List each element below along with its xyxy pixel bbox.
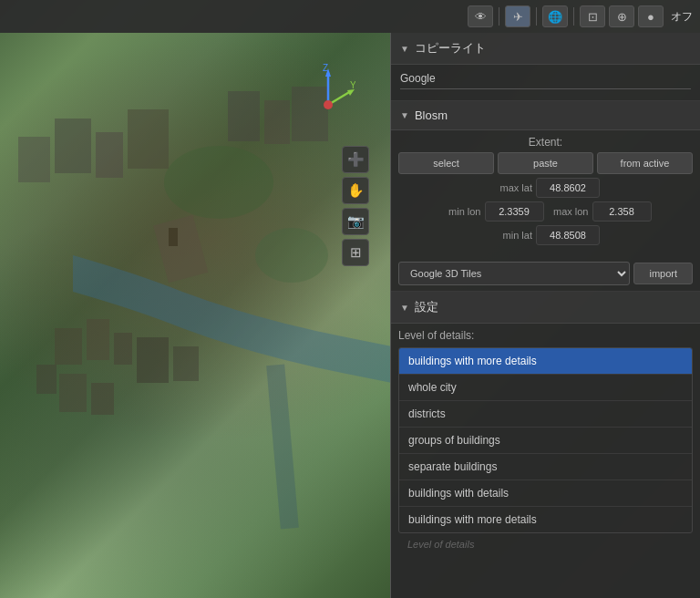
min-lon-label: min lon	[440, 206, 481, 217]
svg-rect-2	[55, 328, 82, 365]
lon-row: min lon max lon	[398, 201, 693, 222]
svg-text:Z: Z	[323, 64, 328, 73]
svg-rect-3	[87, 319, 109, 360]
right-panel: ▼ コピーライト Google ▼ Blosm Extent: select p…	[390, 33, 700, 598]
svg-point-10	[164, 146, 273, 219]
svg-rect-13	[55, 119, 91, 173]
toolbar-right-label: オフ	[671, 9, 693, 25]
copyright-section-header[interactable]: ▼ コピーライト	[391, 33, 700, 65]
copyright-provider: Google	[400, 72, 691, 85]
svg-point-11	[255, 228, 328, 283]
copyright-chevron: ▼	[400, 44, 409, 54]
max-lat-label: max lat	[491, 182, 532, 193]
svg-rect-5	[137, 337, 169, 383]
blosm-chevron: ▼	[400, 110, 409, 120]
camera-btn[interactable]: 📷	[342, 208, 369, 235]
lod-option-buildings-more-details-1[interactable]: buildings with more details	[399, 348, 692, 375]
eye-toolbar-btn[interactable]: 👁	[468, 5, 493, 27]
axis-indicator: Z Y	[301, 64, 355, 119]
toolbar-sep-2	[536, 7, 537, 26]
zoom-in-btn[interactable]: ➕	[342, 146, 369, 173]
svg-rect-19	[266, 364, 299, 529]
min-lat-input[interactable]	[536, 225, 600, 245]
blosm-section: ▼ Blosm Extent: select paste from active…	[391, 101, 700, 292]
max-lat-row: max lat	[398, 178, 693, 198]
svg-rect-0	[153, 215, 208, 283]
from-active-btn[interactable]: from active	[597, 152, 693, 174]
min-lat-label: min lat	[491, 230, 532, 241]
grid-toolbar-btn[interactable]: ⊡	[580, 5, 605, 27]
lod-option-buildings-with-details[interactable]: buildings with details	[399, 480, 692, 507]
max-lon-label: max lon	[548, 206, 589, 217]
svg-rect-16	[228, 91, 260, 141]
sphere-toolbar-btn[interactable]: ⊕	[609, 5, 634, 27]
lod-footer: Level of details	[398, 533, 693, 555]
lod-label: Level of details:	[398, 329, 693, 342]
settings-chevron: ▼	[400, 303, 409, 313]
min-lon-input[interactable]	[485, 201, 544, 222]
extent-buttons-row: select paste from active	[398, 152, 693, 174]
lod-option-separate-buildings[interactable]: separate buildings	[399, 454, 692, 480]
svg-rect-14	[96, 132, 123, 178]
import-row: Google 3D Tiles OpenStreetMap Mapbox imp…	[391, 256, 700, 291]
max-lat-input[interactable]	[536, 178, 600, 198]
toolbar-sep-1	[499, 7, 499, 26]
copyright-content: Google	[391, 65, 700, 101]
pan-btn[interactable]: ✋	[342, 177, 369, 204]
source-select[interactable]: Google 3D Tiles OpenStreetMap Mapbox	[398, 262, 630, 285]
left-tools: ➕ ✋ 📷 ⊞	[342, 146, 369, 266]
extent-grid: select paste from active max lat min lon…	[391, 152, 700, 256]
svg-rect-1	[169, 228, 178, 246]
toolbar-sep-3	[573, 7, 574, 26]
svg-rect-6	[173, 346, 199, 381]
svg-point-26	[324, 100, 333, 109]
min-lat-row: min lat	[398, 225, 693, 245]
svg-rect-4	[114, 333, 132, 365]
dot-toolbar-btn[interactable]: ●	[638, 5, 664, 27]
settings-content: Level of details: buildings with more de…	[391, 324, 700, 561]
globe-toolbar-btn[interactable]: 🌐	[542, 5, 568, 27]
lod-option-buildings-more-details-2[interactable]: buildings with more details	[399, 507, 692, 532]
lod-option-groups-of-buildings[interactable]: groups of buildings	[399, 428, 692, 454]
settings-section-header[interactable]: ▼ 設定	[391, 292, 700, 324]
settings-section: ▼ 設定 Level of details: buildings with mo…	[391, 292, 700, 561]
settings-title: 設定	[415, 299, 438, 315]
svg-text:Y: Y	[350, 80, 355, 90]
blosm-title: Blosm	[415, 108, 448, 122]
select-btn[interactable]: select	[398, 152, 494, 174]
grid-btn[interactable]: ⊞	[342, 239, 369, 266]
lod-option-districts[interactable]: districts	[399, 401, 692, 428]
import-btn[interactable]: import	[633, 263, 693, 284]
svg-rect-12	[18, 137, 50, 182]
lod-option-whole-city[interactable]: whole city	[399, 375, 692, 401]
extent-label: Extent:	[391, 130, 700, 152]
svg-rect-8	[59, 374, 87, 412]
paste-btn[interactable]: paste	[498, 152, 593, 174]
svg-rect-17	[264, 100, 290, 144]
svg-rect-9	[91, 383, 114, 415]
blosm-section-header[interactable]: ▼ Blosm	[391, 101, 700, 130]
svg-rect-7	[36, 365, 57, 394]
copyright-divider	[400, 88, 691, 89]
copyright-title: コピーライト	[415, 40, 486, 57]
max-lon-input[interactable]	[592, 201, 652, 222]
plane-toolbar-btn[interactable]: ✈	[505, 5, 530, 27]
lod-dropdown-list: buildings with more details whole city d…	[398, 347, 693, 533]
main-container: 👁 ✈ 🌐 ⊡ ⊕ ● オフ Z Y ➕ ✋ 📷 ⊞	[0, 0, 700, 598]
svg-rect-15	[128, 109, 169, 169]
top-toolbar: 👁 ✈ 🌐 ⊡ ⊕ ● オフ	[0, 0, 700, 33]
